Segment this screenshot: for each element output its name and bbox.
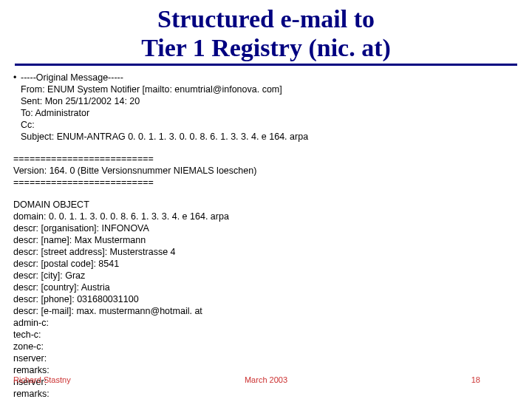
obj-line: descr: [phone]: 031680031100 [13, 293, 519, 305]
obj-line: descr: [country]: Austria [13, 282, 519, 293]
obj-line: remarks: [13, 388, 519, 399]
original-message-block: • -----Original Message----- From: ENUM … [13, 72, 519, 143]
obj-line: descr: [postal code]: 8541 [13, 258, 519, 270]
msg-line: From: ENUM System Notifier [mailto: enum… [21, 83, 308, 95]
msg-line: -----Original Message----- [21, 72, 308, 83]
obj-line: descr: [city]: Graz [13, 270, 519, 282]
bullet-icon: • [13, 72, 21, 143]
obj-line: remarks: [13, 364, 519, 376]
obj-line: tech-c: [13, 329, 519, 341]
msg-line: To: Administrator [21, 107, 308, 119]
obj-line: DOMAIN OBJECT [13, 199, 519, 211]
title-line-1: Structured e-mail to [0, 4, 532, 33]
msg-line: Subject: ENUM-ANTRAG 0. 0. 1. 1. 3. 0. 0… [21, 131, 308, 143]
slide-title: Structured e-mail to Tier 1 Registry (ni… [0, 0, 532, 62]
ver-line: Version: 164. 0 (Bitte Versionsnummer NI… [13, 165, 519, 177]
msg-line: Cc: [21, 119, 308, 131]
ver-line: ========================== [13, 177, 519, 188]
msg-line: Sent: Mon 25/11/2002 14: 20 [21, 95, 308, 107]
obj-line: domain: 0. 0. 1. 1. 3. 0. 0. 8. 6. 1. 3.… [13, 211, 519, 222]
obj-line: descr: [e-mail]: max. mustermann@hotmail… [13, 305, 519, 317]
obj-line: descr: [street address]: Musterstrasse 4 [13, 246, 519, 258]
obj-line: descr: [organisation]: INFONOVA [13, 222, 519, 234]
footer-page-number: 18 [471, 375, 480, 384]
slide-body: • -----Original Message----- From: ENUM … [0, 66, 532, 399]
obj-line: nserver: [13, 352, 519, 364]
version-block: ========================== Version: 164.… [13, 153, 519, 188]
obj-line: descr: [name]: Max Mustermann [13, 234, 519, 246]
footer-date: March 2003 [0, 375, 532, 384]
obj-line: zone-c: [13, 341, 519, 352]
domain-object-block: DOMAIN OBJECT domain: 0. 0. 1. 1. 3. 0. … [13, 199, 519, 399]
obj-line: admin-c: [13, 317, 519, 329]
ver-line: ========================== [13, 153, 519, 165]
slide: Structured e-mail to Tier 1 Registry (ni… [0, 0, 532, 399]
title-line-2: Tier 1 Registry (nic. at) [0, 33, 532, 62]
message-lines: -----Original Message----- From: ENUM Sy… [21, 72, 308, 143]
